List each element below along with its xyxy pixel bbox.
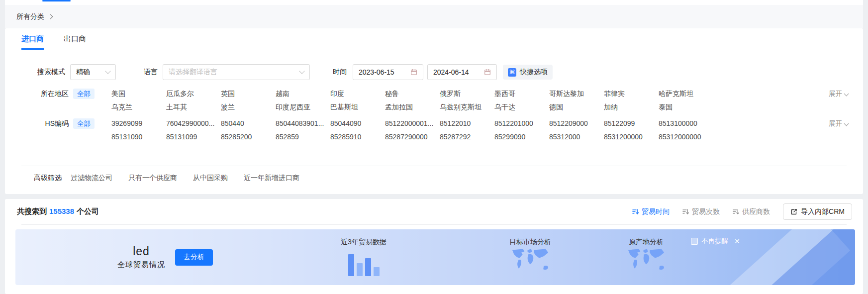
hs-code-item[interactable]: 85299090 bbox=[494, 130, 549, 144]
region-item[interactable]: 乌干达 bbox=[494, 100, 549, 114]
close-icon[interactable]: ✕ bbox=[734, 237, 740, 245]
search-mode-select[interactable]: 精确 bbox=[70, 64, 116, 80]
analysis-banner: led 全球贸易情况 去分析 近3年贸易数据 目标市场分析 原产地分析 bbox=[15, 229, 855, 285]
region-item[interactable]: 印度尼西亚 bbox=[276, 100, 330, 114]
hs-code-item[interactable]: 85122010 bbox=[440, 117, 494, 130]
tab-exporters[interactable]: 出口商 bbox=[64, 28, 86, 50]
region-item[interactable]: 孟加拉国 bbox=[385, 100, 440, 114]
region-item[interactable]: 乌兹别克斯坦 bbox=[440, 100, 494, 114]
region-item[interactable]: 越南 bbox=[276, 87, 330, 100]
sort-trade-count[interactable]: 贸易次数 bbox=[682, 207, 720, 216]
region-item[interactable]: 厄瓜多尔 bbox=[166, 87, 221, 100]
region-expand-toggle[interactable]: 展开 bbox=[829, 90, 848, 98]
import-crm-button[interactable]: 导入内部CRM bbox=[783, 203, 852, 220]
region-item[interactable]: 加纳 bbox=[604, 100, 659, 114]
end-date-value: 2024-06-14 bbox=[433, 68, 469, 76]
hs-code-item[interactable]: 850440 bbox=[221, 117, 276, 130]
page: 所有分类 进口商 出口商 搜索模式 精确 语言 请选择翻译语言 时间 2023-… bbox=[5, 0, 863, 294]
region-item[interactable]: 俄罗斯 bbox=[440, 87, 494, 100]
hs-code-item[interactable]: 85131090 bbox=[111, 130, 166, 144]
results-count-text: 共搜索到155338个公司 bbox=[17, 207, 99, 216]
chevron-down-icon bbox=[105, 68, 110, 74]
language-select[interactable]: 请选择翻译语言 bbox=[163, 64, 310, 80]
breadcrumb[interactable]: 所有分类 bbox=[16, 12, 44, 21]
dismiss-block: 不再提醒 ✕ bbox=[691, 237, 740, 246]
sort-supplier-count[interactable]: 供应商数 bbox=[733, 207, 770, 216]
hs-code-item[interactable]: 852859 bbox=[276, 130, 330, 144]
hs-all-chip[interactable]: 全部 bbox=[73, 118, 95, 129]
target-market-block: 目标市场分析 bbox=[488, 238, 573, 277]
hs-code-item[interactable]: 85044090 bbox=[330, 117, 385, 130]
region-item[interactable]: 德国 bbox=[549, 100, 604, 114]
advanced-option-new-importers[interactable]: 近一年新增进口商 bbox=[244, 174, 299, 183]
region-item[interactable]: 印度 bbox=[330, 87, 385, 100]
region-item[interactable]: 美国 bbox=[111, 87, 166, 100]
hs-code-item[interactable]: 8513100000 bbox=[659, 117, 713, 130]
tab-label: 进口商 bbox=[21, 34, 44, 44]
quick-options-label: 快捷选项 bbox=[520, 68, 548, 77]
hs-code-item[interactable]: 8531200000 bbox=[604, 130, 659, 144]
advanced-option-logistics[interactable]: 过滤物流公司 bbox=[71, 174, 112, 183]
export-icon bbox=[790, 208, 797, 215]
region-item[interactable]: 菲律宾 bbox=[604, 87, 659, 100]
tab-importers[interactable]: 进口商 bbox=[21, 28, 44, 50]
results-controls: 贸易时间 贸易次数 供应商数 导入内部CRM bbox=[632, 203, 852, 220]
advanced-option-from-china[interactable]: 从中国采购 bbox=[193, 174, 228, 183]
hs-code-item[interactable]: 85122000001... bbox=[385, 117, 440, 130]
region-item[interactable]: 波兰 bbox=[221, 100, 276, 114]
region-item[interactable]: 秘鲁 bbox=[385, 87, 440, 100]
advanced-option-single-supplier[interactable]: 只有一个供应商 bbox=[128, 174, 177, 183]
hs-code-item[interactable]: 85044083901... bbox=[276, 117, 330, 130]
top-bar bbox=[5, 0, 863, 5]
region-item[interactable]: 墨西哥 bbox=[494, 87, 549, 100]
search-keyword: led bbox=[117, 245, 165, 258]
top-tab-indicator bbox=[42, 0, 71, 1]
language-placeholder: 请选择翻译语言 bbox=[169, 68, 217, 77]
end-date-input[interactable]: 2024-06-14 bbox=[427, 64, 497, 80]
sort-label: 供应商数 bbox=[742, 207, 770, 216]
calendar-icon bbox=[410, 69, 417, 76]
results-header: 共搜索到155338个公司 贸易时间 贸易次数 供应商数 导入内部CRM bbox=[5, 199, 863, 224]
hs-code-item[interactable]: 85312000000 bbox=[659, 130, 713, 144]
hs-filter-row: HS编码 全部 39269099 76042990000... 850440 8… bbox=[5, 117, 863, 144]
region-item[interactable]: 乌克兰 bbox=[111, 100, 166, 114]
hs-code-item[interactable]: 85131099 bbox=[166, 130, 221, 144]
hs-code-item[interactable]: 8512201000 bbox=[494, 117, 549, 130]
quick-options-button[interactable]: ⌘ 快捷选项 bbox=[503, 65, 553, 80]
chevron-down-icon bbox=[844, 121, 849, 126]
chevron-right-icon bbox=[48, 14, 53, 19]
start-date-input[interactable]: 2023-06-15 bbox=[353, 64, 423, 80]
target-market-title: 目标市场分析 bbox=[488, 238, 573, 247]
region-filter-row: 所在地区 全部 美国 厄瓜多尔 英国 越南 印度 秘鲁 俄罗斯 墨西哥 哥斯达黎… bbox=[5, 87, 863, 114]
chevron-down-icon bbox=[299, 68, 304, 74]
search-form-row: 搜索模式 精确 语言 请选择翻译语言 时间 2023-06-15 2024-06… bbox=[5, 64, 863, 80]
keyword-block: led 全球贸易情况 去分析 bbox=[117, 245, 213, 270]
hs-code-item[interactable]: 85122099 bbox=[604, 117, 659, 130]
dont-remind-checkbox[interactable] bbox=[691, 238, 698, 245]
results-count-prefix: 共搜索到 bbox=[17, 207, 47, 215]
region-item[interactable]: 哥斯达黎加 bbox=[549, 87, 604, 100]
sort-trade-time[interactable]: 贸易时间 bbox=[632, 207, 670, 216]
analyze-button[interactable]: 去分析 bbox=[175, 249, 213, 266]
region-item[interactable]: 英国 bbox=[221, 87, 276, 100]
hs-code-item[interactable]: 85285910 bbox=[330, 130, 385, 144]
hs-code-item[interactable]: 39269099 bbox=[111, 117, 166, 130]
hs-code-item[interactable]: 85287290000 bbox=[385, 130, 440, 144]
world-map-icon bbox=[507, 247, 553, 275]
region-item[interactable]: 哈萨克斯坦 bbox=[659, 87, 713, 100]
expand-label: 展开 bbox=[829, 90, 842, 98]
hs-code-item[interactable]: 76042990000... bbox=[166, 117, 221, 130]
hs-items: 39269099 76042990000... 850440 850440839… bbox=[111, 117, 713, 144]
region-all-chip[interactable]: 全部 bbox=[73, 89, 95, 99]
region-item[interactable]: 土耳其 bbox=[166, 100, 221, 114]
region-item[interactable]: 巴基斯坦 bbox=[330, 100, 385, 114]
hs-label: HS编码 bbox=[28, 117, 69, 130]
hs-expand-toggle[interactable]: 展开 bbox=[829, 119, 848, 128]
origin-analysis-title: 原产地分析 bbox=[604, 238, 688, 247]
start-date-value: 2023-06-15 bbox=[359, 68, 394, 76]
hs-code-item[interactable]: 8512209000 bbox=[549, 117, 604, 130]
hs-code-item[interactable]: 85312000 bbox=[549, 130, 604, 144]
region-item[interactable]: 泰国 bbox=[659, 100, 713, 114]
hs-code-item[interactable]: 85287292 bbox=[440, 130, 494, 144]
hs-code-item[interactable]: 85285200 bbox=[221, 130, 276, 144]
